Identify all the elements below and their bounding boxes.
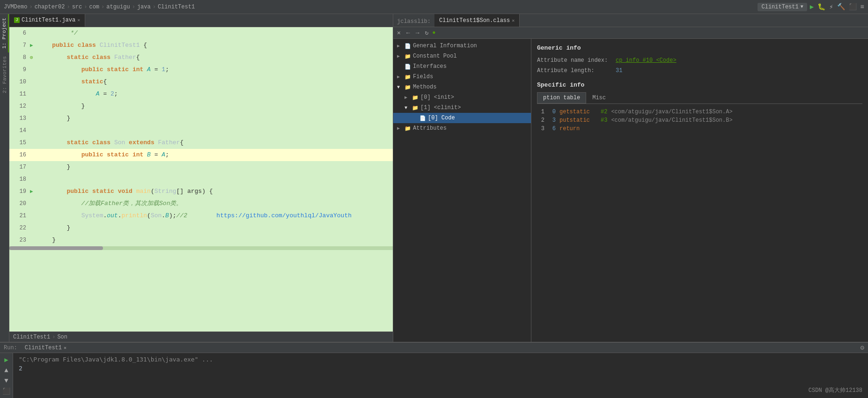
tree-item-attributes[interactable]: ▶ 📁 Attributes bbox=[393, 123, 531, 133]
folder-icon-init: 📁 bbox=[412, 95, 419, 101]
back-button[interactable]: ← bbox=[405, 29, 412, 37]
code-line-22: 22 } bbox=[9, 222, 393, 234]
tab-option-table[interactable]: ption table bbox=[537, 92, 586, 103]
code-line-11: 11 A = 2; bbox=[9, 88, 393, 100]
right-panel: jclasslib: ClinitTest1$Son.class ✕ ✕ ← →… bbox=[393, 14, 868, 342]
code-line-14: 14 bbox=[9, 125, 393, 137]
java-file-icon: J bbox=[14, 17, 20, 23]
attribute-name-row: Attribute name index: cp_info #10 <Code> bbox=[537, 57, 862, 64]
tree-label-init: [0] <init> bbox=[420, 94, 454, 101]
code-area[interactable]: 6 */ 7 ▶ public class ClinitTest1 { 8 bbox=[9, 27, 393, 332]
watch-icon[interactable]: ⊙ bbox=[30, 55, 33, 60]
run-config-selector[interactable]: ClinitTest1 ▼ bbox=[758, 3, 807, 11]
forward-button[interactable]: → bbox=[414, 29, 421, 37]
folder-icon-methods: 📁 bbox=[405, 84, 411, 90]
top-bar: JVMDemo › chapter02 › src › com › atguig… bbox=[0, 0, 868, 14]
tab-son-class-label: ClinitTest1$Son.class bbox=[439, 17, 510, 24]
code-content: 6 */ 7 ▶ public class ClinitTest1 { 8 bbox=[9, 27, 393, 332]
run-output[interactable]: "C:\Program Files\Java\jdk1.8.0_131\bin\… bbox=[13, 353, 868, 398]
tree-label-interfaces: Interfaces bbox=[413, 63, 447, 70]
project-name: JVMDemo bbox=[4, 4, 27, 10]
jclasslib-tab-bar: jclasslib: ClinitTest1$Son.class ✕ bbox=[393, 14, 868, 27]
loading-indicator: ● bbox=[432, 29, 435, 36]
more-button[interactable]: ≡ bbox=[861, 3, 864, 11]
tree-item-interfaces[interactable]: 📄 Interfaces bbox=[393, 61, 531, 72]
editor-breadcrumb: ClinitTest1 › Son bbox=[9, 332, 393, 342]
stop-run-button[interactable]: ⬛ bbox=[2, 387, 10, 395]
bytecode-tab-bar: ption table Misc bbox=[537, 92, 862, 104]
tab-clinittest1[interactable]: J ClinitTest1.java ✕ bbox=[9, 14, 85, 27]
toolbar-icons: ▶ 🐛 ⚡ 🔨 ⬛ ≡ bbox=[810, 3, 864, 11]
code-line-7: 7 ▶ public class ClinitTest1 { bbox=[9, 39, 393, 52]
debug-button[interactable]: 🐛 bbox=[817, 3, 825, 11]
tab-son-class[interactable]: ClinitTest1$Son.class ✕ bbox=[434, 14, 520, 27]
bytecode-row-3: 3 6 return bbox=[537, 125, 862, 133]
code-editor: J ClinitTest1.java ✕ 6 */ 7 ▶ bbox=[9, 14, 393, 342]
tree-item-init[interactable]: ▶ 📁 [0] <init> bbox=[393, 92, 531, 103]
jclasslib-tree[interactable]: ▶ 📄 General Information ▶ 📁 Constant Poo… bbox=[393, 39, 531, 342]
code-line-13: 13 } bbox=[9, 112, 393, 125]
bytecode-row-1: 1 0 getstatic #2 <com/atguigu/java/Clini… bbox=[537, 108, 862, 116]
folder-icon: 📄 bbox=[405, 43, 411, 49]
run-button[interactable]: ▶ bbox=[810, 3, 814, 11]
jclasslib-toolbar: ✕ ← → ↻ ● bbox=[393, 27, 868, 39]
breadcrumb: JVMDemo › chapter02 › src › com › atguig… bbox=[4, 4, 195, 10]
folder-icon-cp: 📁 bbox=[405, 53, 411, 59]
code-line-21: 21 System.out.println(Son.B);//2 https:/… bbox=[9, 210, 393, 222]
tab-misc[interactable]: Misc bbox=[586, 92, 612, 103]
side-panel-tabs: 1: Project 2: Favorites bbox=[0, 14, 9, 342]
specific-info-title: Specific info bbox=[537, 81, 862, 88]
tab-run-clinittest1[interactable]: ClinitTest1 ✕ bbox=[21, 344, 70, 352]
tree-item-code[interactable]: 📄 [0] Code bbox=[393, 113, 531, 123]
tree-label-clinit: [1] <clinit> bbox=[420, 104, 461, 111]
attribute-length-row: Attribute length: 31 bbox=[537, 67, 862, 74]
scroll-up-button[interactable]: ▲ bbox=[4, 367, 8, 374]
tree-item-fields[interactable]: ▶ 📁 Fields bbox=[393, 72, 531, 82]
code-line-23: 23 } bbox=[9, 234, 393, 246]
specific-info-section: Specific info ption table Misc 1 0 getst… bbox=[537, 81, 862, 133]
scrollbar-thumb[interactable] bbox=[9, 246, 103, 250]
code-line-10: 10 static{ bbox=[9, 76, 393, 88]
tab-label: ClinitTest1.java bbox=[22, 17, 75, 23]
sidebar-item-favorites[interactable]: 2: Favorites bbox=[1, 52, 8, 97]
close-tab-button[interactable]: ✕ bbox=[77, 17, 80, 23]
tree-label-fields: Fields bbox=[413, 74, 433, 80]
stop-button[interactable]: ⬛ bbox=[849, 3, 857, 11]
scroll-down-button[interactable]: ▼ bbox=[4, 377, 8, 384]
tree-label-constant-pool: Constant Pool bbox=[413, 53, 457, 59]
code-line-15: 15 static class Son extends Father{ bbox=[9, 137, 393, 149]
code-line-8: 8 ⊙ static class Father{ bbox=[9, 52, 393, 64]
run-gutter-19[interactable]: ▶ bbox=[30, 189, 33, 194]
run-sidebar: ▶ ▲ ▼ ⬛ bbox=[0, 353, 13, 398]
tree-item-constant-pool[interactable]: ▶ 📁 Constant Pool bbox=[393, 51, 531, 61]
jclasslib-label: jclasslib: bbox=[393, 16, 434, 27]
close-son-class-tab[interactable]: ✕ bbox=[512, 18, 515, 23]
attribute-name-value[interactable]: cp_info #10 <Code> bbox=[616, 57, 677, 64]
tree-item-methods[interactable]: ▼ 📁 Methods bbox=[393, 82, 531, 92]
chevron-down-icon: ▼ bbox=[801, 4, 803, 9]
tree-item-general-info[interactable]: ▶ 📄 General Information bbox=[393, 41, 531, 51]
run-config-label: ClinitTest1 bbox=[761, 4, 798, 10]
jclasslib-details: Generic info Attribute name index: cp_in… bbox=[531, 39, 868, 342]
bytecode-row-2: 2 3 putstatic #3 <com/atguigu/java/Clini… bbox=[537, 116, 862, 125]
gear-icon[interactable]: ⚙ bbox=[861, 344, 864, 352]
horizontal-scrollbar[interactable] bbox=[9, 246, 393, 250]
folder-icon-attrs: 📁 bbox=[405, 125, 411, 132]
close-button[interactable]: ✕ bbox=[395, 28, 403, 37]
run-gutter-7[interactable]: ▶ bbox=[30, 43, 33, 48]
breadcrumb-chapter: chapter02 bbox=[35, 4, 65, 10]
run-with-coverage-button[interactable]: ⚡ bbox=[829, 3, 833, 11]
refresh-button[interactable]: ↻ bbox=[423, 28, 430, 37]
tree-item-clinit[interactable]: ▼ 📁 [1] <clinit> bbox=[393, 103, 531, 113]
breadcrumb-atguigu: atguigu bbox=[106, 4, 130, 10]
run-panel-content: ▶ ▲ ▼ ⬛ "C:\Program Files\Java\jdk1.8.0_… bbox=[0, 353, 868, 398]
run-again-button[interactable]: ▶ bbox=[4, 356, 8, 364]
code-line-17: 17 } bbox=[9, 161, 393, 173]
sidebar-item-project[interactable]: 1: Project bbox=[0, 14, 9, 52]
breadcrumb-inner-class: Son bbox=[57, 334, 67, 340]
build-button[interactable]: 🔨 bbox=[837, 3, 845, 11]
run-tab-bar: Run: ClinitTest1 ✕ ⚙ bbox=[0, 343, 868, 353]
close-run-tab[interactable]: ✕ bbox=[64, 345, 66, 351]
code-line-20: 20 //加载Father类，其次加载Son类。 bbox=[9, 198, 393, 210]
run-tab-label: ClinitTest1 bbox=[25, 345, 62, 351]
